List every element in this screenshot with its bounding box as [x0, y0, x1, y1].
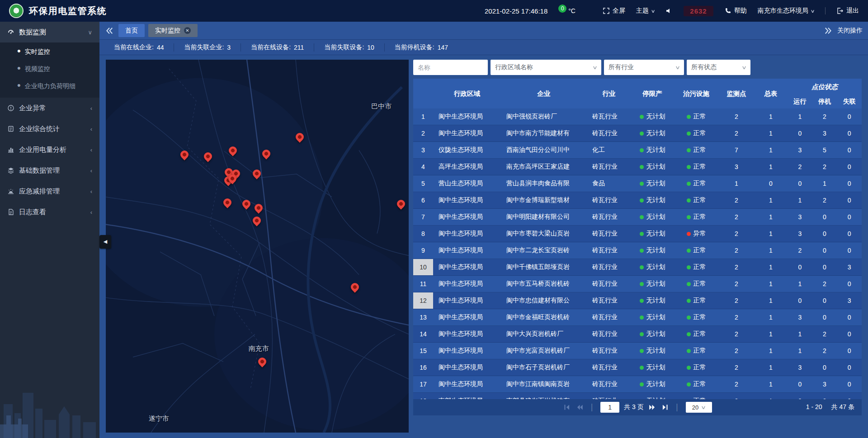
tab-实时监控[interactable]: 实时监控✕ [148, 24, 198, 37]
first-page-button[interactable] [563, 403, 571, 411]
map-pin-icon[interactable] [223, 198, 231, 207]
cell-monitor: 7 [719, 142, 754, 158]
map-pin-icon[interactable] [180, 151, 189, 159]
cell-company: 阆中市金福旺页岩机砖 [501, 309, 587, 325]
cell-monitor: 2 [719, 309, 754, 325]
sidebar-item-3[interactable]: 企业用电量分析‹ [0, 139, 99, 160]
sidebar-item-1[interactable]: 企业异常‹ [0, 98, 99, 118]
cell-limit: 无计划 [631, 242, 674, 259]
map-pin-icon[interactable] [253, 170, 261, 178]
table-panel: 行政区域名称 ∨ 所有行业 ∨ 所有状态 ∨ 行政区域 [413, 60, 862, 415]
map-pin-icon[interactable] [258, 358, 266, 366]
map-pin-icon[interactable] [397, 200, 405, 208]
chevron-left-icon: ‹ [90, 105, 92, 112]
industry-filter-select[interactable]: 所有行业 ∨ [604, 60, 684, 75]
cell-run: 0 [788, 292, 812, 309]
page-size-select[interactable]: 20 ∨ [686, 402, 712, 413]
theme-dropdown[interactable]: 主题 ∨ [636, 7, 655, 15]
map-pin-icon[interactable] [253, 217, 261, 225]
status-dot-icon [640, 366, 644, 370]
table-row[interactable]: 18南部生态环境局南部县建兴页岩机砖有砖瓦行业无计划正常21030 [413, 393, 862, 399]
map-panel: 巴中市南充市遂宁市 ◀ [106, 60, 409, 433]
col-industry: 行业 [587, 79, 631, 108]
sidebar-item-2[interactable]: 企业综合统计‹ [0, 118, 99, 139]
cell-region: 阆中生态环境局 [433, 242, 501, 259]
status-dot-icon [640, 316, 644, 320]
map-collapse-handle[interactable]: ◀ [99, 235, 111, 249]
sidebar-item-5[interactable]: 应急减排管理‹ [0, 181, 99, 202]
sidebar-subitem[interactable]: •视频监控 [0, 61, 99, 78]
table-row[interactable]: 3仪陇生态环境局西南油气田分公司川中化工无计划正常71350 [413, 142, 862, 159]
sidebar-item-label: 企业综合统计 [19, 125, 86, 133]
col-index [413, 79, 433, 108]
chevron-left-icon: ‹ [90, 146, 92, 153]
tab-close-icon[interactable]: ✕ [184, 27, 191, 34]
last-page-button[interactable] [661, 403, 669, 411]
cell-lost: 0 [837, 393, 862, 399]
table-row[interactable]: 10阆中生态环境局阆中千佛镇五郎垭页岩砖瓦行业无计划正常21003 [413, 259, 862, 276]
map-pin-icon[interactable] [296, 133, 304, 141]
sidebar-subitem[interactable]: •实时监控 [0, 43, 99, 61]
table-row[interactable]: 13阆中生态环境局阆中市金福旺页岩机砖砖瓦行业无计划正常21300 [413, 309, 862, 326]
help-button[interactable]: 帮助 [724, 7, 747, 15]
page-number-input[interactable] [600, 402, 619, 413]
cell-monitor: 3 [719, 159, 754, 175]
close-operations-button[interactable]: 关闭操作 [837, 27, 863, 35]
cell-stop: 3 [812, 376, 837, 392]
logout-button[interactable]: 退出 [836, 7, 859, 15]
cell-industry: 砖瓦行业 [587, 242, 631, 259]
sidebar-item-6[interactable]: 日志查看‹ [0, 202, 99, 222]
table-row[interactable]: 15阆中生态环境局阆中市光富页岩机砖厂砖瓦行业无计划正常21120 [413, 343, 862, 359]
cell-index: 1 [413, 108, 433, 125]
table-row[interactable]: 4高坪生态环境局南充市高坪区王家店建砖瓦行业无计划正常31220 [413, 159, 862, 175]
sidebar-item-4[interactable]: 基础数据管理‹ [0, 160, 99, 181]
table-row[interactable]: 2阆中生态环境局阆中市南方节能建材有砖瓦行业无计划正常21030 [413, 125, 862, 142]
map-pin-icon[interactable] [351, 283, 359, 291]
name-filter-input[interactable] [413, 60, 488, 75]
cell-company: 阆中市江南镇阆南页岩 [501, 376, 587, 392]
cell-run: 3 [788, 309, 812, 325]
org-dropdown[interactable]: 南充市生态环境局 ∨ [758, 7, 814, 15]
cell-industry: 砖瓦行业 [587, 159, 631, 175]
sidebar-subitem[interactable]: •企业电力负荷明细 [0, 78, 99, 95]
tabs-scroll-left-button[interactable] [105, 26, 114, 35]
cell-stop: 0 [812, 226, 837, 242]
table-row[interactable]: 14阆中生态环境局阆中大兴页岩机砖厂砖瓦行业无计划正常21120 [413, 326, 862, 343]
cell-company: 阆中市枣碧大梁山页岩 [501, 226, 587, 242]
fullscreen-button[interactable]: 全屏 [603, 7, 625, 15]
cell-stop: 0 [812, 242, 837, 259]
table-row[interactable]: 6阆中生态环境局阆中市金博瑞新型墙材砖瓦行业无计划正常21120 [413, 192, 862, 209]
table-row[interactable]: 11阆中生态环境局阆中市五马桥页岩机砖砖瓦行业无计划正常21120 [413, 276, 862, 292]
table-row[interactable]: 16阆中生态环境局阆中市石子页岩机砖厂砖瓦行业无计划正常21300 [413, 359, 862, 376]
cell-limit: 无计划 [631, 376, 674, 392]
sidebar-item-0[interactable]: 数据监测∨ [0, 22, 99, 42]
speaker-icon [665, 7, 673, 14]
table-row[interactable]: 5营山生态环境局营山县润丰肉食品有限食品无计划正常10010 [413, 175, 862, 192]
map-pin-icon[interactable] [262, 150, 270, 158]
brand: 环保用电监管系统 [9, 4, 107, 18]
prev-page-button[interactable] [576, 403, 584, 411]
table-row[interactable]: 9阆中生态环境局阆中市二龙长宝页岩砖砖瓦行业无计划正常21200 [413, 242, 862, 259]
cell-lost: 0 [837, 343, 862, 359]
status-filter-select[interactable]: 所有状态 ∨ [687, 60, 750, 75]
table-row[interactable]: 7阆中生态环境局阆中明阳建材有限公司砖瓦行业无计划正常21300 [413, 209, 862, 226]
map-pin-icon[interactable] [204, 152, 212, 160]
cell-stop: 0 [812, 259, 837, 275]
table-row[interactable]: 8阆中生态环境局阆中市枣碧大梁山页岩砖瓦行业无计划异常21300 [413, 226, 862, 242]
table-row[interactable]: 17阆中生态环境局阆中市江南镇阆南页岩砖瓦行业无计划正常21030 [413, 376, 862, 393]
cell-facility: 正常 [674, 142, 719, 158]
total-pages-label: 共 3 页 [624, 403, 644, 411]
map-pin-icon[interactable] [228, 174, 236, 183]
tab-首页[interactable]: 首页 [118, 24, 145, 37]
map-canvas[interactable] [106, 60, 409, 433]
table-row[interactable]: 12阆中生态环境局阆中市忠信建材有限公砖瓦行业无计划正常21003 [413, 292, 862, 309]
tabs-scroll-right-button[interactable] [824, 26, 833, 35]
map-pin-icon[interactable] [242, 200, 250, 208]
table-row[interactable]: 1阆中生态环境局阆中强锐页岩砖厂砖瓦行业无计划正常21120 [413, 108, 862, 125]
map-pin-icon[interactable] [255, 204, 263, 212]
temperature-badge: 0 [558, 5, 566, 13]
map-pin-icon[interactable] [229, 146, 237, 155]
next-page-button[interactable] [648, 403, 656, 411]
region-filter-select[interactable]: 行政区域名称 ∨ [491, 60, 601, 75]
speaker-button[interactable] [665, 7, 673, 14]
